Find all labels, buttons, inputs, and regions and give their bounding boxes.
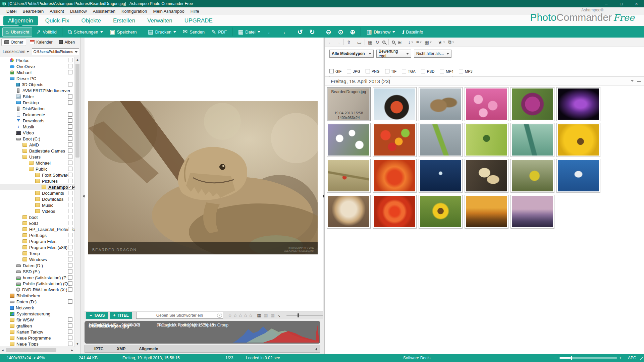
sidebar-view-ordner[interactable]: Ordner: [1, 39, 26, 46]
thumbnail-water-droplet[interactable]: [419, 159, 463, 193]
thumbnail-yellow-bird[interactable]: [511, 159, 554, 193]
tree-item[interactable]: 3D Objects: [0, 81, 75, 87]
tree-item-checkbox[interactable]: [68, 191, 72, 195]
tree-item[interactable]: Dieser PC: [0, 75, 75, 81]
tree-item-checkbox[interactable]: [68, 167, 72, 171]
star-icon[interactable]: ☆: [243, 312, 248, 318]
tree-item-checkbox[interactable]: [68, 100, 72, 105]
tree-item-checkbox[interactable]: [68, 142, 72, 147]
folder-up-icon[interactable]: ⇧: [347, 40, 351, 45]
tree-item[interactable]: Daten (D:): [0, 262, 75, 268]
format-filter-mp4[interactable]: MP4: [440, 69, 453, 73]
tree-item[interactable]: Systemsteuerung: [0, 311, 75, 317]
tree-item[interactable]: Photos: [0, 57, 75, 63]
thumbnail-grasshopper[interactable]: [419, 123, 463, 157]
pdf-button[interactable]: ✎PDF: [208, 27, 230, 37]
detail-view-icon[interactable]: ▦: [425, 40, 432, 45]
scroll-left-icon[interactable]: ◄: [0, 348, 5, 353]
tree-item[interactable]: Battlestate Games: [0, 148, 75, 154]
tree-item[interactable]: Users: [0, 154, 75, 160]
scroll-down-icon[interactable]: ▼: [75, 341, 80, 347]
collapse-group-icon[interactable]: [631, 80, 634, 83]
tree-item-checkbox[interactable]: [68, 329, 72, 334]
slider-thumb[interactable]: [571, 356, 572, 360]
compare-icon[interactable]: ▦: [264, 313, 268, 318]
search-icon[interactable]: [382, 41, 385, 44]
status-zoom-slider[interactable]: [559, 357, 617, 359]
sort-icon[interactable]: ↓: [408, 40, 413, 45]
tree-item[interactable]: Neue Tipps: [0, 341, 75, 346]
sidebar-view-alben[interactable]: Alben: [56, 39, 78, 46]
clear-keywords-icon[interactable]: ×: [217, 313, 222, 318]
format-filter-tga[interactable]: TGA: [402, 69, 416, 73]
tree-item[interactable]: Documents: [0, 190, 75, 196]
tree-item-checkbox[interactable]: [68, 336, 72, 340]
fit-view-icon[interactable]: ↔: [276, 312, 283, 319]
tree-item[interactable]: Bibliotheken: [0, 293, 75, 299]
refresh-icon[interactable]: ↻: [375, 40, 379, 45]
rating-filter-select[interactable]: Bewertung egal: [376, 50, 411, 58]
tree-item[interactable]: ♪Musik: [0, 124, 75, 130]
folder-search-icon[interactable]: [392, 41, 395, 44]
tree-item-checkbox[interactable]: [68, 155, 72, 159]
close-button[interactable]: ×: [629, 0, 644, 7]
scrollbar-thumb[interactable]: [75, 64, 79, 158]
minimize-button[interactable]: –: [599, 0, 614, 7]
tree-item[interactable]: AVM FRITZ!Mediaserver: [0, 87, 75, 94]
tree-item-checkbox[interactable]: [68, 317, 72, 322]
tree-item-checkbox[interactable]: ✓: [68, 185, 72, 189]
rating-filter-icon[interactable]: ★: [438, 40, 445, 45]
tab-objekte[interactable]: Objekte: [76, 16, 106, 25]
scroll-right-icon[interactable]: ►: [69, 348, 75, 353]
stack-view-icon[interactable]: ⧉: [448, 39, 454, 45]
tree-item-checkbox[interactable]: [68, 124, 72, 129]
diashow-button[interactable]: ▥Diashow: [363, 27, 398, 37]
format-filter-psd[interactable]: PSD: [421, 69, 435, 73]
tags-button[interactable]: −TAGS: [86, 312, 108, 319]
tree-horizontal-scrollbar[interactable]: ◄ ►: [0, 347, 75, 353]
thumbnail-bee-on-flower[interactable]: [556, 123, 600, 157]
bersicht-button[interactable]: ⌂Übersicht: [2, 27, 32, 37]
tree-item-checkbox[interactable]: [68, 263, 72, 267]
tree-item[interactable]: Bilder: [0, 94, 75, 100]
menu-item-assistenten[interactable]: Assistenten: [90, 9, 118, 14]
sicherungen-button[interactable]: ⧉Sicherungen: [65, 27, 106, 37]
tree-item[interactable]: Boot (C:): [0, 136, 75, 142]
menu-item-hilfe[interactable]: Hilfe: [187, 9, 202, 14]
zoom-in-status-icon[interactable]: +: [619, 356, 622, 360]
tab-allgemein[interactable]: Allgemein: [3, 16, 38, 25]
tree-item-checkbox[interactable]: [68, 233, 72, 237]
nav-back-icon[interactable]: ←: [328, 40, 333, 45]
nav-forward-icon[interactable]: →: [336, 40, 340, 45]
tree-item[interactable]: home (\\diskstation) (P:): [0, 275, 75, 281]
tree-item[interactable]: Downloads: [0, 196, 75, 202]
tree-item[interactable]: Music: [0, 202, 75, 208]
tree-item-checkbox[interactable]: [68, 269, 72, 274]
group-options-icon[interactable]: [637, 81, 641, 82]
preview-icon[interactable]: ▦: [257, 313, 261, 318]
menu-item-konfiguration[interactable]: Konfiguration: [118, 9, 150, 14]
menu-item-diashow[interactable]: Diashow: [67, 9, 90, 14]
thumbnail-orange-lily[interactable]: [373, 159, 417, 193]
collapse-panel-icon[interactable]: [314, 348, 317, 351]
tree-item[interactable]: Pictures: [0, 178, 75, 184]
tree-item-checkbox[interactable]: [68, 221, 72, 225]
scroll-up-icon[interactable]: ▲: [75, 57, 80, 62]
menu-item-mein-ashampoo[interactable]: Mein Ashampoo: [150, 9, 187, 14]
tree-item[interactable]: Neue Programme: [0, 335, 75, 341]
tree-item-checkbox[interactable]: [68, 112, 72, 117]
sidebar-view-kalender[interactable]: Kalender: [27, 39, 55, 46]
tree-item-checkbox[interactable]: [68, 82, 72, 86]
zoomout-button[interactable]: ⊖: [323, 27, 334, 37]
tree-item[interactable]: HP_LaserJet_Professiona_(: [0, 226, 75, 232]
path-combobox[interactable]: C:\Users\Public\Pictures: [32, 48, 79, 55]
compare2-icon[interactable]: ▦: [271, 313, 275, 318]
tab-erstellen[interactable]: Erstellen: [108, 16, 140, 25]
thumbnail-daisies[interactable]: [327, 123, 371, 157]
tree-item[interactable]: DVD-RW-Laufwerk (X:): [0, 287, 75, 293]
tree-item[interactable]: Public: [0, 166, 75, 172]
resize-grip-icon[interactable]: [640, 357, 643, 360]
tree-item-checkbox[interactable]: [68, 173, 72, 177]
tree-item-checkbox[interactable]: [68, 281, 72, 286]
tree-item-checkbox[interactable]: [68, 287, 72, 292]
